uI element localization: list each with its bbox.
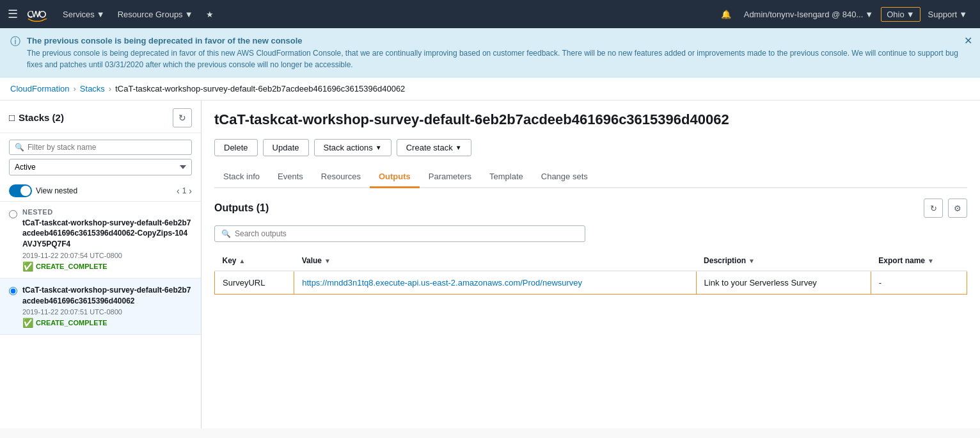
region-selector[interactable]: Ohio ▼	[881, 7, 920, 22]
export-name-sort-button[interactable]: Export name ▼	[878, 256, 959, 265]
pagination-prev-button[interactable]: ‹	[177, 186, 180, 196]
tab-outputs[interactable]: Outputs	[370, 166, 420, 188]
stack-radio-2[interactable]	[9, 287, 17, 295]
tab-change-sets[interactable]: Change sets	[532, 166, 597, 188]
breadcrumb-stacks[interactable]: Stacks	[80, 84, 105, 93]
key-sort-icon: ▲	[239, 257, 246, 264]
stack-radio-1[interactable]	[9, 210, 17, 218]
view-nested-toggle-container: View nested	[9, 184, 77, 197]
stack-item-1[interactable]: NESTED tCaT-taskcat-workshop-survey-defa…	[0, 202, 201, 279]
outputs-search-container: 🔍	[214, 225, 585, 242]
stack-info-1: NESTED tCaT-taskcat-workshop-survey-defa…	[22, 208, 192, 272]
export-name-filter-icon: ▼	[928, 257, 934, 264]
main-content: tCaT-taskcat-workshop-survey-default-6eb…	[202, 101, 980, 428]
pagination-number: 1	[182, 186, 187, 195]
resource-groups-menu[interactable]: Resource Groups ▼	[113, 7, 198, 22]
top-navigation: ☰ Services ▼ Resource Groups ▼ ★ 🔔 Admin…	[0, 0, 980, 28]
breadcrumb: CloudFormation › Stacks › tCaT-taskcat-w…	[0, 77, 980, 101]
tab-events[interactable]: Events	[269, 166, 312, 188]
col-key: Key ▲	[215, 251, 294, 271]
action-bar: Delete Update Stack actions ▼ Create sta…	[214, 139, 967, 156]
sidebar-refresh-button[interactable]: ↻	[173, 108, 192, 127]
pagination-next-button[interactable]: ›	[189, 186, 192, 196]
stack-name-1: tCaT-taskcat-workshop-survey-default-6eb…	[22, 218, 192, 250]
table-row: SurveyURL https://mndd3n1tq8.execute-api…	[215, 271, 967, 295]
deprecation-banner: ⓘ The previous console is being deprecat…	[0, 28, 980, 77]
cell-key: SurveyURL	[215, 271, 294, 295]
banner-close-button[interactable]: ✕	[964, 35, 972, 47]
stacks-sidebar: □ Stacks (2) ↻ 🔍 Active View nested ‹ 1	[0, 101, 202, 428]
outputs-settings-button[interactable]: ⚙	[948, 199, 967, 218]
stack-name-2: tCaT-taskcat-workshop-survey-default-6eb…	[22, 285, 192, 307]
update-button[interactable]: Update	[263, 139, 309, 156]
stack-actions-arrow-icon: ▼	[375, 144, 382, 151]
value-sort-button[interactable]: Value ▼	[302, 256, 688, 265]
create-stack-arrow-icon: ▼	[455, 144, 462, 151]
outputs-table-header: Key ▲ Value ▼ Description ▼	[215, 251, 967, 271]
breadcrumb-cloudformation[interactable]: CloudFormation	[10, 84, 70, 93]
stacks-icon: □	[9, 112, 15, 123]
breadcrumb-sep-1: ›	[74, 84, 76, 93]
create-stack-button[interactable]: Create stack ▼	[397, 139, 471, 156]
outputs-table: Key ▲ Value ▼ Description ▼	[214, 251, 967, 295]
main-layout: □ Stacks (2) ↻ 🔍 Active View nested ‹ 1	[0, 101, 980, 428]
value-filter-icon: ▼	[324, 257, 331, 264]
favorites-icon[interactable]: ★	[201, 7, 219, 22]
services-menu[interactable]: Services ▼	[58, 7, 110, 22]
delete-button[interactable]: Delete	[214, 139, 258, 156]
outputs-refresh-button[interactable]: ↻	[924, 199, 943, 218]
status-filter-select[interactable]: Active	[9, 159, 192, 175]
outputs-search-input[interactable]	[235, 229, 578, 238]
cell-description: Link to your Serverless Survey	[696, 271, 871, 295]
status-icon-1: ✅	[22, 261, 33, 272]
region-dropdown-icon: ▼	[906, 10, 915, 19]
banner-text: The previous console is being deprecated…	[27, 35, 970, 70]
stack-actions-button[interactable]: Stack actions ▼	[314, 139, 391, 156]
hamburger-menu[interactable]: ☰	[8, 7, 18, 21]
stack-info-2: tCaT-taskcat-workshop-survey-default-6eb…	[22, 285, 192, 328]
status-icon-2: ✅	[22, 318, 33, 328]
sidebar-title: □ Stacks (2)	[9, 112, 64, 123]
support-dropdown-icon: ▼	[959, 10, 967, 19]
services-dropdown-icon: ▼	[97, 10, 105, 19]
stack-item-2[interactable]: tCaT-taskcat-workshop-survey-default-6eb…	[0, 279, 201, 336]
key-sort-button[interactable]: Key ▲	[223, 256, 287, 265]
search-input[interactable]	[28, 143, 186, 152]
view-nested-label: View nested	[36, 186, 77, 195]
tab-stack-info[interactable]: Stack info	[214, 166, 269, 188]
notifications-icon[interactable]: 🔔	[716, 7, 736, 22]
survey-url-link[interactable]: https://mndd3n1tq8.execute-api.us-east-2…	[302, 278, 582, 288]
cell-value: https://mndd3n1tq8.execute-api.us-east-2…	[294, 271, 696, 295]
description-filter-icon: ▼	[748, 257, 755, 264]
nested-label: NESTED	[22, 208, 192, 216]
sidebar-header: □ Stacks (2) ↻	[0, 101, 201, 133]
view-nested-row: View nested ‹ 1 ›	[0, 181, 201, 202]
breadcrumb-current: tCaT-taskcat-workshop-survey-default-6eb…	[115, 84, 405, 93]
col-description: Description ▼	[696, 251, 871, 271]
status-text-2: CREATE_COMPLETE	[36, 319, 107, 327]
col-export-name: Export name ▼	[871, 251, 967, 271]
sidebar-search-icon: 🔍	[15, 143, 24, 152]
stack-status-2: ✅ CREATE_COMPLETE	[22, 318, 192, 328]
sidebar-search-container: 🔍	[9, 140, 192, 155]
view-nested-toggle[interactable]	[9, 184, 32, 197]
stack-status-1: ✅ CREATE_COMPLETE	[22, 261, 192, 272]
cell-export-name: -	[871, 271, 967, 295]
outputs-table-body: SurveyURL https://mndd3n1tq8.execute-api…	[215, 271, 967, 295]
description-sort-button[interactable]: Description ▼	[704, 256, 863, 265]
col-value: Value ▼	[294, 251, 696, 271]
user-account[interactable]: Admin/tonynv-Isengard @ 840... ▼	[739, 7, 879, 22]
stack-time-2: 2019-11-22 20:07:51 UTC-0800	[22, 308, 192, 316]
outputs-title: Outputs (1)	[214, 202, 269, 214]
support-menu[interactable]: Support ▼	[923, 7, 972, 22]
outputs-section-header: Outputs (1) ↻ ⚙	[214, 199, 967, 218]
stack-list: NESTED tCaT-taskcat-workshop-survey-defa…	[0, 202, 201, 428]
section-actions: ↻ ⚙	[924, 199, 967, 218]
tab-template[interactable]: Template	[480, 166, 532, 188]
pagination: ‹ 1 ›	[177, 186, 192, 196]
outputs-search-icon: 🔍	[221, 229, 231, 238]
aws-logo	[26, 6, 50, 22]
breadcrumb-sep-2: ›	[109, 84, 111, 93]
tab-resources[interactable]: Resources	[312, 166, 370, 188]
tab-parameters[interactable]: Parameters	[420, 166, 480, 188]
